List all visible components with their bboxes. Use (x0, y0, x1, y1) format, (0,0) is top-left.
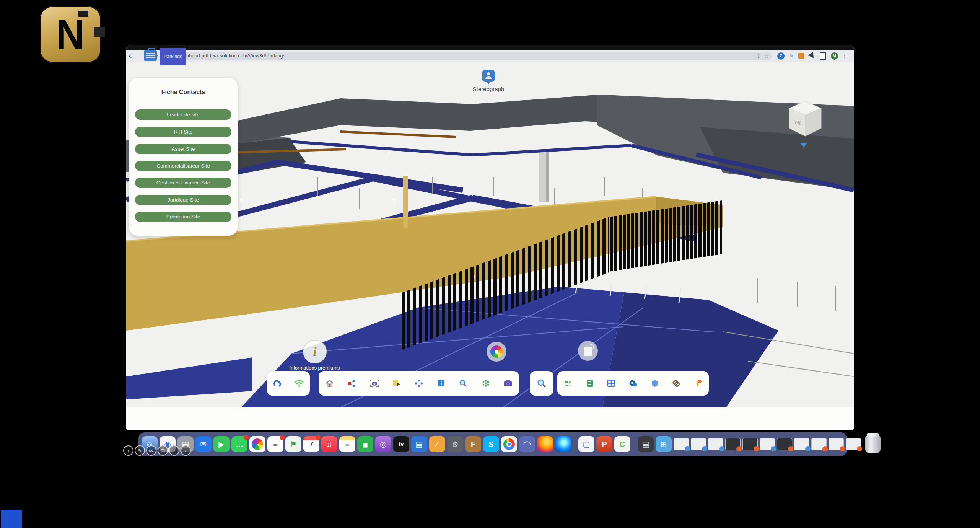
dock-icon-photos[interactable] (249, 436, 265, 452)
screenshot-icon[interactable] (369, 378, 380, 389)
wifi-icon[interactable] (293, 378, 305, 389)
sharepoint-icon[interactable] (627, 378, 639, 389)
dock-icon-system-settings[interactable]: ⚙ (447, 436, 463, 452)
contact-button-commercialisateur[interactable]: Commercialisateur Site (135, 161, 231, 171)
dock-icon-chrome[interactable] (501, 436, 517, 452)
clock-icon (589, 344, 594, 350)
view-cube-down-arrow[interactable] (800, 143, 807, 147)
toolbar-group-main (319, 371, 519, 396)
dock-minimized-window[interactable] (674, 438, 689, 450)
cluster-icon[interactable] (480, 378, 492, 389)
dock-icon-facetime[interactable]: ▶ (213, 436, 230, 452)
profile-avatar[interactable]: M (831, 52, 838, 60)
video-back-button[interactable]: ‹ (123, 445, 133, 456)
dock-icon-windows-folder[interactable]: ⊞ (656, 436, 672, 452)
video-mask-button[interactable]: ▢ (158, 445, 168, 456)
dock-minimized-window[interactable] (725, 438, 741, 450)
3d-viewport[interactable]: Fiche Contacts Leader de site RTI Site A… (126, 62, 854, 407)
collapse-chevron[interactable]: ‹ (129, 51, 132, 61)
video-edit-button[interactable]: ✎ (135, 445, 145, 456)
tab-parkings[interactable]: Parkings (160, 48, 186, 65)
video-more-button[interactable]: ⋯ (169, 445, 179, 456)
storage-icon[interactable] (649, 378, 661, 389)
dock-trash-icon[interactable] (865, 435, 881, 453)
stereograph-marker[interactable]: Stereograph (462, 70, 515, 92)
contacts-panel: Fiche Contacts Leader de site RTI Site A… (129, 78, 238, 236)
info-icon: i (313, 344, 316, 359)
share-icon[interactable]: ⇧ (756, 53, 760, 59)
dock-icon-messages[interactable]: … (231, 436, 247, 452)
link-group-icon[interactable] (671, 378, 682, 389)
dock-icon-keynote[interactable]: ▤ (411, 436, 427, 452)
dock-minimized-window[interactable] (760, 438, 775, 450)
annotation-icon[interactable] (391, 378, 402, 389)
dock-icon-podcasts[interactable]: ◎ (375, 436, 391, 452)
view-cube[interactable]: left (787, 100, 823, 139)
dock-icon-mail[interactable]: ✉ (195, 436, 212, 452)
extension-pin-icon[interactable] (808, 52, 816, 60)
color-wheel-icon (490, 345, 503, 358)
dock-minimized-window[interactable] (794, 438, 809, 450)
dock-icon-camtasia[interactable]: C (614, 436, 630, 452)
dock-icon-music[interactable]: ♫ (321, 436, 337, 452)
zoom-search-icon[interactable] (536, 378, 547, 389)
contact-button-leader[interactable]: Leader de site (135, 109, 231, 120)
dock-icon-apple-tv[interactable]: tv (393, 436, 409, 452)
dock-minimized-window[interactable] (691, 438, 706, 450)
dock-minimized-window[interactable] (846, 438, 861, 450)
extension-orange-icon[interactable] (798, 53, 804, 59)
briefcase-icon[interactable] (144, 50, 157, 61)
pin-alert-icon[interactable] (692, 378, 704, 389)
share-network-icon[interactable] (346, 378, 358, 389)
dock-icon-printer-app[interactable]: ▤ (638, 436, 654, 452)
dock-icon-arc-browser[interactable]: ◠ (519, 436, 535, 452)
dock-minimized-window[interactable] (811, 438, 827, 450)
dock-icon-maps[interactable]: ⚑ (285, 436, 301, 452)
browser-menu-icon[interactable]: ⋮ (842, 52, 848, 59)
stereograph-pin-icon[interactable] (482, 70, 495, 82)
contact-button-asset[interactable]: Asset Site (135, 144, 231, 154)
extension-z-icon[interactable]: Z (777, 52, 785, 60)
dock-icon-powerpoint[interactable]: P (596, 436, 612, 452)
contact-button-promotion[interactable]: Promotion Site (135, 212, 231, 222)
grid-icon[interactable] (606, 378, 617, 389)
dock-minimized-window[interactable] (742, 438, 758, 450)
dock-icon-numbers[interactable]: ▅ (357, 436, 373, 452)
dock-icon-notes[interactable]: ≡ (339, 436, 355, 452)
dock-icon-window-app[interactable]: ▢ (578, 436, 594, 452)
extension-pencil-icon[interactable]: ✎ (789, 53, 794, 59)
dock-icon-skype[interactable]: S (483, 436, 499, 452)
report-icon[interactable] (584, 378, 596, 389)
home-icon[interactable] (324, 378, 335, 389)
dock-minimized-window[interactable] (829, 438, 844, 450)
info-square-icon[interactable] (435, 378, 447, 389)
camera-icon[interactable] (502, 378, 514, 389)
color-wheel-marker[interactable] (487, 342, 506, 362)
search-icon[interactable] (457, 378, 469, 389)
bookmark-star-icon[interactable]: ☆ (764, 53, 769, 59)
dock-icon-firefox[interactable] (537, 436, 553, 452)
video-next-button[interactable]: › (181, 445, 191, 456)
extension-square-icon[interactable] (820, 52, 826, 60)
contact-button-gestion-finance[interactable]: Gestion et Finance Site (135, 178, 231, 188)
info-marker[interactable]: i (303, 340, 327, 363)
team-icon[interactable] (562, 378, 574, 389)
dock-icon-calendar[interactable]: 7 (303, 436, 319, 452)
viewer-bottom-bar (126, 407, 854, 430)
dock-icon-firefox-dev[interactable] (555, 436, 571, 452)
contact-button-juridique[interactable]: Juridique Site (135, 195, 231, 205)
document-marker[interactable] (578, 341, 598, 361)
url-bar[interactable]: nhood-pdf.teia-solution.com/View3d/Parki… (175, 52, 772, 60)
contact-button-rti[interactable]: RTI Site (135, 127, 231, 137)
dock-icon-slash-app[interactable]: ∕ (429, 436, 445, 452)
dock-icon-reminders[interactable]: ≡ (267, 436, 283, 452)
dock-minimized-window[interactable] (708, 438, 723, 450)
sync-icon[interactable] (272, 378, 283, 389)
dock-icon-font-book[interactable]: F (465, 436, 481, 452)
move-icon[interactable] (413, 378, 425, 389)
logo-artifact (94, 27, 105, 37)
view-cube-face-label: left (793, 119, 801, 126)
video-captions-button[interactable]: CC (146, 445, 156, 456)
taskbar-fragment (1, 510, 22, 528)
dock-minimized-window[interactable] (777, 438, 792, 450)
